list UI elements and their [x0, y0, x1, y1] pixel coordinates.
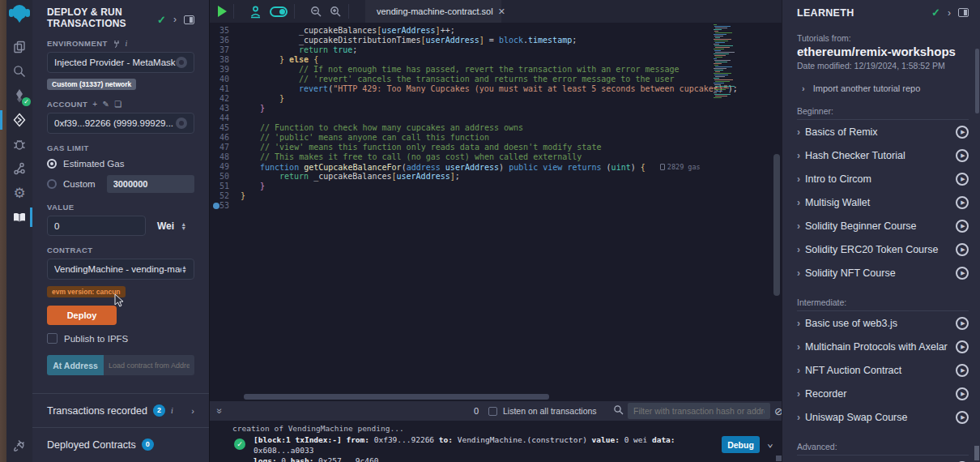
listen-all-checkbox[interactable]: [488, 407, 497, 416]
code-line[interactable]: 39// If not enough time has passed, reve…: [210, 65, 782, 75]
start-tutorial-icon[interactable]: ▶: [956, 126, 969, 139]
close-tab-icon[interactable]: ✕: [498, 6, 505, 17]
at-address-input[interactable]: [104, 355, 194, 375]
editor-minimap[interactable]: [714, 24, 735, 105]
code-line[interactable]: 38} else {: [210, 55, 782, 65]
tutorial-item[interactable]: ›Solidity NFT Course▶: [797, 261, 969, 284]
tutorial-item[interactable]: ›Solidity ERC20 Token Course▶: [797, 237, 969, 261]
info-icon[interactable]: i: [171, 406, 173, 415]
estimated-gas-radio[interactable]: [47, 159, 57, 169]
settings-icon[interactable]: ⚙: [6, 181, 32, 205]
tutorial-item[interactable]: ›Solidity Beginner Course▶: [797, 214, 969, 237]
panel-expand-icon[interactable]: ›: [173, 14, 177, 25]
transactions-recorded-row[interactable]: Transactions recorded 2 i ›: [32, 393, 209, 427]
code-line[interactable]: 43}: [210, 104, 782, 113]
start-tutorial-icon[interactable]: ▶: [956, 173, 969, 186]
solidity-compiler-icon[interactable]: ✓: [6, 83, 32, 108]
run-script-icon[interactable]: [218, 6, 227, 17]
copy-account-icon[interactable]: ❏: [114, 100, 121, 109]
deploy-run-icon[interactable]: [6, 108, 32, 132]
custom-gas-input[interactable]: [107, 175, 194, 193]
add-account-icon[interactable]: +: [92, 100, 97, 109]
panel-scrollbar-thumb[interactable]: [974, 446, 979, 460]
start-tutorial-icon[interactable]: ▶: [956, 243, 969, 256]
edit-account-icon[interactable]: ✎: [103, 100, 110, 109]
deploy-button[interactable]: Deploy: [47, 306, 117, 325]
debug-button[interactable]: Debug: [722, 436, 760, 453]
tutorial-item[interactable]: ›Multisig Wallet▶: [797, 190, 969, 214]
environment-select[interactable]: Injected Provider - MetaMask: [47, 52, 194, 73]
editor-vertical-scrollbar[interactable]: [773, 154, 780, 296]
ai-toggle[interactable]: [270, 6, 288, 17]
start-tutorial-icon[interactable]: ▶: [956, 196, 969, 209]
code-editor[interactable]: 35_cupcakeBalances[userAddress]++;36_cup…: [210, 23, 782, 392]
import-repo-toggle[interactable]: › Import another tutorial repo: [797, 83, 969, 93]
value-unit-select[interactable]: Wei: [157, 220, 174, 232]
terminal-filter-input[interactable]: [628, 403, 770, 419]
code-line[interactable]: 47// 'view' means this function only rea…: [210, 143, 782, 152]
tutorial-item[interactable]: ›Multichain Protocols with Axelar▶: [797, 335, 969, 358]
contract-select[interactable]: VendingMachine - vending-machin ▲▼: [47, 259, 194, 280]
code-line[interactable]: 36_cupcakeDistributionTimes[userAddress]…: [210, 36, 782, 45]
code-line[interactable]: 37return true;: [210, 45, 782, 55]
code-line[interactable]: 44: [210, 113, 782, 123]
code-line[interactable]: 45// Function to check how many cupcakes…: [210, 123, 782, 133]
code-line[interactable]: 42}: [210, 94, 782, 104]
start-tutorial-icon[interactable]: ▶: [956, 149, 969, 162]
tutorial-item[interactable]: ›Uniswap Swap Course▶: [797, 405, 969, 429]
code-line[interactable]: 48// This makes it free to call (no gas …: [210, 152, 782, 162]
editor-horizontal-scrollbar[interactable]: [244, 394, 549, 400]
panel-pin-icon[interactable]: [184, 15, 194, 24]
code-line[interactable]: 50return _cupcakeBalances[userAddress];: [210, 172, 782, 182]
code-line[interactable]: 35_cupcakeBalances[userAddress]++;: [210, 26, 782, 36]
start-tutorial-icon[interactable]: ▶: [956, 267, 969, 280]
start-tutorial-icon[interactable]: ▶: [956, 411, 969, 424]
tutorial-item[interactable]: ›Recorder▶: [797, 382, 969, 405]
code-line[interactable]: 41revert("HTTP 429: Too Many Cupcakes (y…: [210, 84, 782, 94]
info-icon[interactable]: i: [126, 39, 128, 48]
start-tutorial-icon[interactable]: ▶: [956, 220, 969, 233]
at-address-button[interactable]: At Address: [47, 355, 104, 375]
code-line[interactable]: 40// 'revert' cancels the transaction an…: [210, 75, 782, 84]
code-line[interactable]: 53: [210, 201, 782, 211]
start-tutorial-icon[interactable]: ▶: [956, 387, 969, 400]
account-select[interactable]: 0xf39...92266 (9999.99929...: [47, 113, 194, 134]
zoom-out-icon[interactable]: [309, 5, 322, 18]
value-input[interactable]: [47, 216, 146, 236]
breakpoint-dot[interactable]: [213, 203, 219, 209]
code-line[interactable]: 52}: [210, 191, 782, 201]
unit-stepper-icon[interactable]: ▲▼: [181, 222, 186, 230]
chevron-right-icon[interactable]: ›: [191, 406, 194, 416]
tutorial-item[interactable]: ›NFT Auction Contract▶: [797, 358, 969, 382]
tx-log-text[interactable]: [block:1 txIndex:-] from: 0xf39...92266 …: [254, 434, 707, 462]
custom-gas-radio[interactable]: [47, 179, 57, 189]
plugin-manager-icon[interactable]: [6, 433, 32, 457]
expand-tx-icon[interactable]: ⌄: [767, 437, 773, 449]
file-explorer-icon[interactable]: [6, 35, 32, 59]
start-tutorial-icon[interactable]: ▶: [956, 364, 969, 377]
panel-scrollbar[interactable]: [975, 49, 979, 113]
circuit-compiler-icon[interactable]: [6, 156, 32, 181]
start-tutorial-icon[interactable]: ▶: [956, 340, 969, 353]
code-line[interactable]: 46// 'public' means anyone can call this…: [210, 133, 782, 143]
deployed-contracts-row[interactable]: Deployed Contracts 0: [32, 427, 209, 461]
tutorial-item[interactable]: ›Basics of Remix▶: [797, 120, 969, 143]
account-actions-icon[interactable]: [176, 118, 187, 129]
tutorial-item[interactable]: ›Intro to Circom▶: [797, 167, 969, 190]
code-line[interactable]: 51}: [210, 182, 782, 191]
code-line[interactable]: 49function getCupcakeBalanceFor(address …: [210, 162, 782, 172]
tutorial-item[interactable]: ›Hash Checker Tutorial▶: [797, 143, 969, 167]
ai-assistant-icon[interactable]: [249, 5, 262, 19]
publish-ipfs-checkbox[interactable]: [47, 333, 58, 344]
terminal-collapse-icon[interactable]: »: [214, 409, 225, 414]
tutorial-item[interactable]: ›All about Proxy Contracts▶: [797, 456, 969, 462]
panel-expand-icon[interactable]: ›: [948, 7, 951, 19]
debugger-icon[interactable]: [6, 132, 32, 156]
learneth-icon[interactable]: [6, 205, 32, 229]
panel-pin-icon[interactable]: [958, 8, 969, 17]
environment-settings-icon[interactable]: [176, 57, 187, 68]
editor-tab[interactable]: vending-machine-contract.sol ✕: [365, 0, 501, 23]
start-tutorial-icon[interactable]: ▶: [956, 317, 969, 330]
zoom-in-icon[interactable]: [329, 5, 342, 18]
tutorial-item[interactable]: ›Basic use of web3.js▶: [797, 311, 969, 335]
